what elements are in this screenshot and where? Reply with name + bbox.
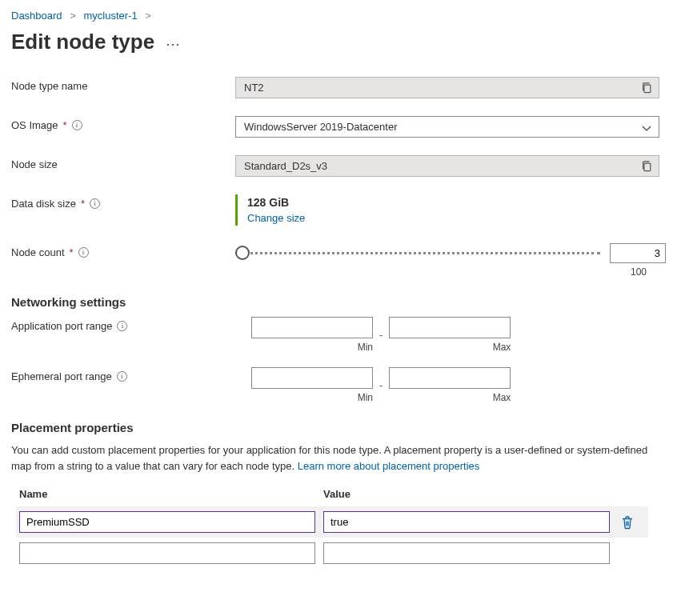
learn-more-link[interactable]: Learn more about placement properties	[298, 460, 480, 472]
placement-value-input[interactable]	[323, 511, 610, 533]
node-type-name-value: NT2	[244, 82, 264, 94]
info-icon[interactable]: i	[117, 321, 127, 331]
node-count-input[interactable]	[610, 243, 666, 263]
node-size-field: Standard_D2s_v3	[235, 155, 659, 177]
slider-thumb[interactable]	[235, 246, 250, 260]
breadcrumb-dashboard[interactable]: Dashboard	[11, 10, 62, 22]
app-port-max-input[interactable]	[389, 317, 511, 338]
max-label: Max	[389, 342, 511, 353]
col-value: Value	[323, 488, 351, 500]
max-label: Max	[389, 392, 511, 403]
chevron-right-icon: >	[70, 10, 76, 22]
min-label: Min	[251, 342, 373, 353]
node-size-value: Standard_D2s_v3	[244, 160, 327, 172]
col-name: Name	[19, 488, 315, 500]
change-size-link[interactable]: Change size	[247, 212, 305, 224]
placement-row	[16, 506, 648, 538]
required-marker: *	[70, 246, 74, 258]
placement-name-input-empty[interactable]	[19, 542, 315, 564]
copy-icon[interactable]	[641, 82, 652, 94]
chevron-down-icon	[641, 122, 652, 134]
section-placement: Placement properties	[11, 421, 666, 434]
svg-rect-1	[644, 163, 651, 171]
info-icon[interactable]: i	[72, 120, 82, 130]
data-disk-size-value: 128 GiB	[247, 196, 666, 209]
placement-row-empty	[16, 538, 648, 569]
label-node-count: Node count	[11, 246, 65, 258]
node-count-max: 100	[235, 266, 666, 278]
label-node-type-name: Node type name	[11, 80, 87, 92]
placement-description: You can add custom placement properties …	[11, 442, 651, 474]
page-title: Edit node type	[11, 30, 154, 54]
info-icon[interactable]: i	[78, 247, 89, 258]
placement-name-input[interactable]	[19, 511, 315, 533]
label-data-disk-size: Data disk size	[11, 198, 76, 210]
info-icon[interactable]: i	[117, 371, 127, 382]
label-node-size: Node size	[11, 158, 58, 170]
os-image-select[interactable]: WindowsServer 2019-Datacenter	[235, 116, 659, 138]
label-eph-port-range: Ephemeral port range	[11, 370, 112, 382]
more-menu-button[interactable]: ⋯	[154, 35, 181, 53]
delete-row-button[interactable]	[618, 513, 637, 532]
required-marker: *	[81, 198, 85, 210]
data-disk-size-block: 128 GiB Change size	[235, 194, 666, 226]
placement-value-input-empty[interactable]	[323, 542, 610, 564]
min-label: Min	[251, 392, 373, 403]
node-count-slider[interactable]	[235, 246, 600, 262]
copy-icon[interactable]	[641, 160, 652, 173]
required-marker: *	[63, 119, 67, 131]
breadcrumb-cluster[interactable]: mycluster-1	[83, 10, 137, 22]
svg-rect-0	[644, 85, 651, 93]
info-icon[interactable]: i	[90, 198, 100, 209]
breadcrumb: Dashboard > mycluster-1 >	[11, 10, 666, 22]
eph-port-max-input[interactable]	[389, 367, 511, 389]
chevron-right-icon: >	[145, 10, 151, 22]
node-type-name-field: NT2	[235, 77, 659, 98]
label-app-port-range: Application port range	[11, 320, 112, 332]
section-networking: Networking settings	[11, 295, 666, 309]
label-os-image: OS Image	[11, 119, 58, 131]
os-image-value: WindowsServer 2019-Datacenter	[244, 121, 397, 133]
eph-port-min-input[interactable]	[251, 367, 373, 389]
app-port-min-input[interactable]	[251, 317, 373, 338]
